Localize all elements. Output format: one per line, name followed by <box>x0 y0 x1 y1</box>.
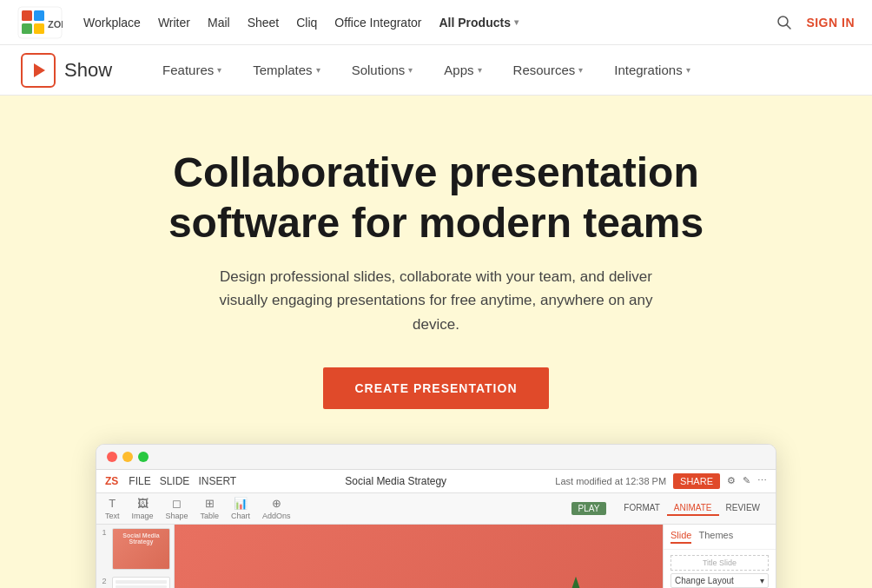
zoho-logo[interactable]: ZOHO <box>17 6 63 39</box>
nav-features[interactable]: Features ▾ <box>147 45 237 96</box>
last-modified-text: Last modified at 12:38 PM <box>555 476 666 486</box>
toolbar-chart[interactable]: 📊 Chart <box>231 497 250 520</box>
features-chevron-icon: ▾ <box>217 65 221 75</box>
svg-rect-1 <box>22 10 32 21</box>
tree-decoration <box>541 577 611 588</box>
svg-text:ZOHO: ZOHO <box>48 19 63 30</box>
show-logo-icon <box>21 53 56 88</box>
format-tab[interactable]: FORMAT <box>617 501 666 516</box>
svg-rect-4 <box>34 23 44 34</box>
slide-toolbar-icons: T Text 🖼 Image ◻ Shape ⊞ Table <box>105 497 291 520</box>
top-nav-right: SIGN IN <box>776 15 855 30</box>
nav-link-mail[interactable]: Mail <box>208 16 230 30</box>
create-presentation-button[interactable]: CREATE PRESENTATION <box>323 367 548 409</box>
slide-canvas <box>175 525 663 588</box>
app-body: 1 Social Media Strategy 2 <box>96 525 776 588</box>
svg-rect-3 <box>22 23 32 34</box>
nav-resources[interactable]: Resources ▾ <box>498 45 599 96</box>
sign-in-button[interactable]: SIGN IN <box>806 16 855 30</box>
animate-tab[interactable]: ANIMATE <box>667 501 719 516</box>
icon-1[interactable]: ⚙ <box>727 475 736 486</box>
svg-rect-2 <box>34 10 44 21</box>
share-button[interactable]: SHARE <box>673 473 720 489</box>
nav-templates[interactable]: Templates ▾ <box>237 45 335 96</box>
nav-integrations[interactable]: Integrations ▾ <box>598 45 705 96</box>
file-name: Social Media Strategy <box>243 475 548 487</box>
slide-thumbnail-2 <box>112 577 170 588</box>
product-logo[interactable]: Show <box>21 53 112 88</box>
menu-insert[interactable]: INSERT <box>198 475 236 487</box>
product-nav: Show Features ▾ Templates ▾ Solutions ▾ … <box>0 45 872 96</box>
nav-apps[interactable]: Apps ▾ <box>428 45 497 96</box>
integrations-chevron-icon: ▾ <box>686 65 690 75</box>
app-preview-wrapper: ZS FILE SLIDE INSERT Social Media Strate… <box>17 444 855 588</box>
slide-thumb-1[interactable]: 1 Social Media Strategy <box>96 525 174 573</box>
product-nav-links: Features ▾ Templates ▾ Solutions ▾ Apps … <box>147 45 851 96</box>
app-logo-small: ZS <box>105 475 118 487</box>
search-button[interactable] <box>776 15 792 30</box>
play-icon <box>28 60 49 81</box>
change-layout-dropdown[interactable]: Change Layout ▾ <box>671 573 769 588</box>
product-name: Show <box>64 59 112 82</box>
nav-link-workplace[interactable]: Workplace <box>83 16 141 30</box>
top-nav: ZOHO Workplace Writer Mail Sheet Cliq Of… <box>0 0 872 45</box>
right-panel: Slide Themes Title Slide Change Layout ▾… <box>663 525 776 588</box>
app-toolbar: ZS FILE SLIDE INSERT Social Media Strate… <box>96 470 776 493</box>
all-products-dropdown[interactable]: All Products ▾ <box>439 16 519 30</box>
nav-link-cliq[interactable]: Cliq <box>296 16 317 30</box>
apps-chevron-icon: ▾ <box>478 65 482 75</box>
menu-slide[interactable]: SLIDE <box>160 475 190 487</box>
app-right-actions: Last modified at 12:38 PM SHARE ⚙ ✎ ⋯ <box>555 473 767 489</box>
app-preview: ZS FILE SLIDE INSERT Social Media Strate… <box>96 444 776 588</box>
dropdown-chevron-icon: ▾ <box>760 576 764 585</box>
app-menu-items: FILE SLIDE INSERT <box>129 475 236 487</box>
rp-title-box: Title Slide <box>671 555 769 571</box>
rp-themes-tab[interactable]: Themes <box>698 530 733 544</box>
rp-slide-tab[interactable]: Slide <box>671 530 691 544</box>
hero-subtitle: Design professional slides, collaborate … <box>219 265 653 336</box>
toolbar-addons[interactable]: ⊕ AddOns <box>262 497 291 520</box>
toolbar-text[interactable]: T Text <box>105 497 120 520</box>
toolbar-shape[interactable]: ◻ Shape <box>166 497 188 520</box>
menu-file[interactable]: FILE <box>129 475 150 487</box>
svg-line-7 <box>787 24 791 29</box>
nav-link-sheet[interactable]: Sheet <box>248 16 280 30</box>
review-tab[interactable]: REVIEW <box>719 501 767 516</box>
slide-thumbnail-1: Social Media Strategy <box>112 528 170 570</box>
slide-thumb-2[interactable]: 2 <box>96 573 174 588</box>
window-minimize-dot <box>122 452 133 462</box>
rp-title-section: Title Slide Change Layout ▾ <box>664 550 776 588</box>
nav-link-writer[interactable]: Writer <box>158 16 190 30</box>
format-tabs: FORMAT ANIMATE REVIEW <box>617 501 767 516</box>
toolbar-image[interactable]: 🖼 Image <box>132 497 154 520</box>
window-close-dot <box>107 452 117 462</box>
nav-link-office-integrator[interactable]: Office Integrator <box>334 16 421 30</box>
top-nav-links: Workplace Writer Mail Sheet Cliq Office … <box>83 16 776 30</box>
slide-toolbar: T Text 🖼 Image ◻ Shape ⊞ Table <box>96 493 776 525</box>
solutions-chevron-icon: ▾ <box>408 65 413 75</box>
hero-title: Collaborative presentation software for … <box>132 148 740 248</box>
search-icon <box>776 15 792 30</box>
slide-thumbnails: 1 Social Media Strategy 2 <box>96 525 175 588</box>
hero-section: Collaborative presentation software for … <box>0 96 872 588</box>
chevron-down-icon: ▾ <box>514 17 519 27</box>
window-maximize-dot <box>138 452 149 462</box>
slide-canvas-content <box>175 525 663 588</box>
play-button[interactable]: PLAY <box>571 502 607 515</box>
icon-2[interactable]: ✎ <box>743 475 750 486</box>
toolbar-table[interactable]: ⊞ Table <box>201 497 220 520</box>
svg-marker-8 <box>34 63 45 77</box>
resources-chevron-icon: ▾ <box>578 65 583 75</box>
window-chrome <box>96 445 776 470</box>
rp-subtabs: Slide Themes <box>664 525 776 550</box>
icon-3[interactable]: ⋯ <box>757 475 767 486</box>
nav-solutions[interactable]: Solutions ▾ <box>336 45 429 96</box>
templates-chevron-icon: ▾ <box>316 65 320 75</box>
